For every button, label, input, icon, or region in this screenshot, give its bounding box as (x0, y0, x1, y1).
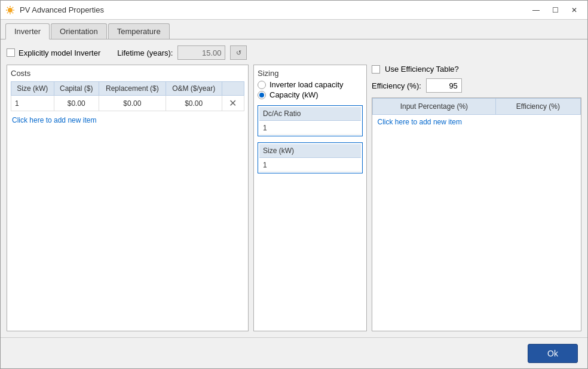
size-header: Size (kW) (259, 144, 361, 158)
cost-row-replacement: $0.00 (99, 96, 166, 111)
svg-line-5 (7, 7, 8, 7)
lifetime-input[interactable] (177, 45, 225, 60)
explicitly-model-checkbox[interactable] (7, 48, 15, 57)
reset-icon: ↺ (236, 49, 241, 57)
maximize-button[interactable]: ☐ (547, 4, 564, 17)
costs-panel: Costs Size (kW) Capital ($) Replacement … (7, 65, 249, 331)
minimize-button[interactable]: — (528, 4, 544, 17)
eff-col-input-pct: Input Percentage (%) (373, 99, 496, 115)
lifetime-label: Lifetime (years): (117, 48, 173, 57)
svg-point-0 (8, 8, 13, 13)
costs-add-item[interactable]: Click here to add new item (11, 114, 244, 127)
sizing-panel: Sizing Inverter load capacity Capacity (… (253, 65, 367, 331)
radio-capacity: Capacity (kW) (258, 90, 363, 99)
main-panels: Costs Size (kW) Capital ($) Replacement … (7, 65, 581, 331)
radio-inverter-load-btn[interactable] (258, 81, 266, 89)
costs-table: Size (kW) Capital ($) Replacement ($) O&… (11, 81, 244, 111)
radio-inverter-load: Inverter load capacity (258, 80, 363, 89)
tabs-bar: Inverter Orientation Temperature (1, 20, 587, 39)
ok-button[interactable]: Ok (528, 344, 578, 363)
tab-inverter[interactable]: Inverter (5, 23, 50, 39)
window-controls: — ☐ ✕ (528, 4, 583, 17)
app-icon (5, 5, 15, 15)
costs-label: Costs (11, 69, 244, 78)
costs-col-om: O&M ($/year) (166, 82, 222, 96)
lifetime-section: Lifetime (years): ↺ (117, 45, 247, 60)
svg-line-6 (13, 12, 13, 13)
svg-line-8 (7, 12, 8, 13)
eff-col-efficiency: Efficiency (%) (495, 99, 580, 115)
explicitly-model-label: Explicitly model Inverter (19, 48, 100, 57)
dc-ac-section: Dc/Ac Ratio 1 (258, 105, 363, 136)
costs-col-size: Size (kW) (11, 82, 54, 96)
top-section: Explicitly model Inverter Lifetime (year… (7, 45, 581, 60)
efficiency-add-item-row: Click here to add new item (373, 115, 581, 130)
table-row: 1 (259, 159, 361, 172)
efficiency-pct-label: Efficiency (%): (372, 81, 421, 90)
sizing-outer: Sizing Inverter load capacity Capacity (… (253, 65, 367, 331)
use-efficiency-row: Use Efficiency Table? (372, 65, 581, 74)
efficiency-pct-input[interactable] (426, 78, 462, 93)
close-button[interactable]: ✕ (566, 4, 583, 17)
explicitly-model-row: Explicitly model Inverter (7, 48, 100, 57)
title-bar: PV Advanced Properties — ☐ ✕ (1, 1, 587, 20)
window-title: PV Advanced Properties (20, 5, 523, 14)
cost-row-size: 1 (11, 96, 54, 111)
efficiency-pct-row: Efficiency (%): (372, 78, 581, 93)
main-window: PV Advanced Properties — ☐ ✕ Inverter Or… (0, 0, 588, 369)
dc-ac-header: Dc/Ac Ratio (259, 107, 361, 121)
efficiency-add-item[interactable]: Click here to add new item (373, 115, 581, 130)
tab-temperature[interactable]: Temperature (108, 23, 170, 39)
sizing-label: Sizing (258, 69, 363, 78)
costs-col-capital: Capital ($) (54, 82, 99, 96)
radio-capacity-label: Capacity (kW) (270, 90, 318, 99)
efficiency-panel: Use Efficiency Table? Efficiency (%): In… (372, 65, 581, 331)
efficiency-table-container: Input Percentage (%) Efficiency (%) Clic… (372, 97, 581, 331)
bottom-bar: Ok (1, 337, 587, 368)
dc-ac-value-0: 1 (259, 122, 361, 135)
table-row: 1 $0.00 $0.00 $0.00 ✕ (11, 96, 244, 111)
svg-line-7 (13, 7, 13, 7)
costs-col-delete (222, 82, 244, 96)
cost-row-om: $0.00 (166, 96, 222, 111)
radio-capacity-btn[interactable] (258, 91, 266, 99)
efficiency-table: Input Percentage (%) Efficiency (%) Clic… (372, 98, 581, 129)
radio-inverter-load-label: Inverter load capacity (270, 80, 344, 89)
table-row: 1 (259, 122, 361, 135)
use-efficiency-checkbox[interactable] (372, 65, 380, 74)
costs-col-replacement: Replacement ($) (99, 82, 166, 96)
cost-row-capital: $0.00 (54, 96, 99, 111)
use-efficiency-label: Use Efficiency Table? (385, 65, 459, 74)
tab-orientation[interactable]: Orientation (51, 23, 107, 39)
size-table: Size (kW) 1 (258, 142, 363, 173)
lifetime-reset-button[interactable]: ↺ (230, 45, 247, 60)
dc-ac-table: Dc/Ac Ratio 1 (258, 105, 363, 136)
delete-cost-row-button[interactable]: ✕ (226, 97, 239, 109)
content-area: Explicitly model Inverter Lifetime (year… (1, 39, 587, 337)
size-kw-section: Size (kW) 1 (258, 142, 363, 173)
size-value-0: 1 (259, 159, 361, 172)
cost-row-delete-cell: ✕ (222, 96, 244, 111)
